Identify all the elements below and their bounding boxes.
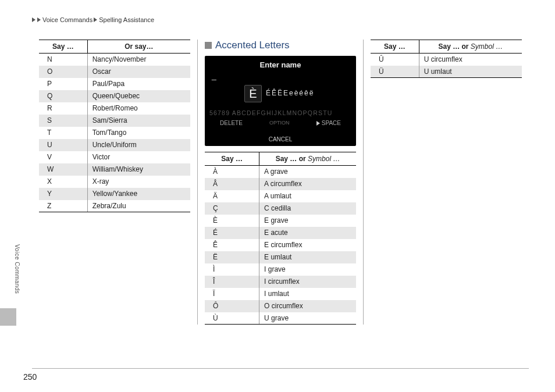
table-row: OOscar	[39, 66, 190, 78]
col-header-sayorsymbol: Say … or Symbol …	[419, 40, 522, 54]
cell-value: Queen/Quebec	[87, 90, 190, 102]
cell-say: P	[39, 78, 87, 90]
cell-say: Â	[205, 178, 259, 190]
cell-value: Tom/Tango	[87, 127, 190, 139]
table-row: ÄA umlaut	[205, 190, 356, 202]
cell-value: A circumflex	[259, 178, 356, 190]
triangle-icon	[94, 17, 97, 22]
triangle-icon	[32, 17, 35, 22]
table-row: ÎI circumflex	[205, 276, 356, 288]
cell-say: R	[39, 102, 87, 115]
col-header-sayorsymbol: Say … or Symbol …	[259, 152, 356, 166]
cell-value: C cedilla	[259, 202, 356, 215]
breadcrumb-a: Voice Commands	[42, 16, 92, 23]
keyboard-row: 56789 ABCDEFGHIJKLMNOPQRSTU	[209, 109, 333, 116]
cell-value: I circumflex	[259, 276, 356, 288]
cell-value: Zebra/Zulu	[87, 200, 190, 212]
col-header-say: Say …	[39, 40, 87, 54]
accented-table: Say … Say … or Symbol … ÀA graveÂA circu…	[205, 152, 356, 325]
selected-letter: È	[244, 85, 262, 102]
screen-options: DELETE OPTION SPACE	[205, 120, 356, 126]
cell-value: Victor	[87, 151, 190, 163]
table-row: ÀA grave	[205, 166, 356, 178]
letter-variants: ÉÊËEeèéêë	[266, 89, 314, 97]
screen-title: Enter name	[205, 60, 356, 69]
table-row: ÉE acute	[205, 227, 356, 239]
breadcrumb-b: Spelling Assistance	[99, 16, 154, 23]
table-row: UUncle/Uniform	[39, 139, 190, 151]
cell-value: A grave	[259, 166, 356, 178]
cell-say: N	[39, 54, 87, 66]
table-row: ÇC cedilla	[205, 202, 356, 215]
cell-value: Oscar	[87, 66, 190, 78]
cell-value: I umlaut	[259, 288, 356, 300]
cell-say: À	[205, 166, 259, 178]
option-label: OPTION	[269, 120, 290, 126]
page: Voice Commands Spelling Assistance Say ……	[0, 0, 555, 392]
cell-say: Ï	[205, 288, 259, 300]
cell-say: Î	[205, 276, 259, 288]
cell-value: Paul/Papa	[87, 78, 190, 90]
table-row: TTom/Tango	[39, 127, 190, 139]
table-row: WWilliam/Whiskey	[39, 163, 190, 176]
table-row: ZZebra/Zulu	[39, 200, 190, 212]
table-row: ÌI grave	[205, 263, 356, 276]
columns: Say … Or say… NNancy/NovemberOOscarPPaul…	[32, 40, 529, 325]
square-bullet-icon	[205, 42, 212, 49]
col-header-say: Say …	[371, 40, 419, 54]
cell-say: Ç	[205, 202, 259, 215]
cell-value: Uncle/Uniform	[87, 139, 190, 151]
table-row: VVictor	[39, 151, 190, 163]
cell-value: Yellow/Yankee	[87, 188, 190, 200]
cell-value: E umlaut	[259, 251, 356, 263]
table-row: RRobert/Romeo	[39, 102, 190, 115]
table-row: ÜU umlaut	[371, 66, 522, 78]
cell-value: Sam/Sierra	[87, 115, 190, 127]
cell-say: T	[39, 127, 87, 139]
table-row: ÔO circumflex	[205, 300, 356, 312]
table-row: XX-ray	[39, 176, 190, 188]
cell-say: Û	[371, 54, 419, 66]
middle-column: Accented Letters Enter name _ È ÉÊËEeèéê…	[197, 40, 364, 325]
cell-value: U umlaut	[419, 66, 522, 78]
cell-say: Ê	[205, 239, 259, 251]
table-row: ÏI umlaut	[205, 288, 356, 300]
table-row: ÈE grave	[205, 215, 356, 227]
cursor-underscore: _	[212, 71, 216, 80]
right-column: Say … Say … or Symbol … ÛU circumflexÜU …	[364, 40, 529, 325]
col-header-say: Say …	[205, 152, 259, 166]
accented-table-cont: Say … Say … or Symbol … ÛU circumflexÜU …	[371, 40, 522, 78]
cell-say: Ì	[205, 263, 259, 276]
cancel-label: CANCEL	[205, 136, 356, 142]
cell-say: Ë	[205, 251, 259, 263]
section-title: Accented Letters	[205, 40, 356, 51]
cell-say: È	[205, 215, 259, 227]
breadcrumb: Voice Commands Spelling Assistance	[32, 16, 529, 23]
table-row: PPaul/Papa	[39, 78, 190, 90]
phonetic-table: Say … Or say… NNancy/NovemberOOscarPPaul…	[39, 40, 190, 212]
side-tab-label: Voice Commands	[14, 244, 20, 294]
device-screenshot: Enter name _ È ÉÊËEeèéêë 56789 ABCDEFGHI…	[205, 56, 356, 146]
table-row: ÊE circumflex	[205, 239, 356, 251]
cell-value: X-ray	[87, 176, 190, 188]
cell-value: U grave	[259, 312, 356, 325]
cell-say: Ù	[205, 312, 259, 325]
cell-say: V	[39, 151, 87, 163]
delete-label: DELETE	[220, 120, 243, 126]
cell-say: Ä	[205, 190, 259, 202]
left-column: Say … Or say… NNancy/NovemberOOscarPPaul…	[32, 40, 197, 325]
page-number: 250	[23, 372, 37, 382]
cell-say: U	[39, 139, 87, 151]
footer-rule	[32, 368, 529, 369]
side-tab-box	[0, 308, 16, 326]
triangle-icon	[37, 17, 41, 22]
table-row: ÙU grave	[205, 312, 356, 325]
cell-say: X	[39, 176, 87, 188]
table-row: NNancy/November	[39, 54, 190, 66]
cell-value: E circumflex	[259, 239, 356, 251]
section-title-text: Accented Letters	[215, 40, 290, 51]
col-header-orsay: Or say…	[87, 40, 190, 54]
cell-say: Z	[39, 200, 87, 212]
cell-value: Robert/Romeo	[87, 102, 190, 115]
cell-value: E grave	[259, 215, 356, 227]
